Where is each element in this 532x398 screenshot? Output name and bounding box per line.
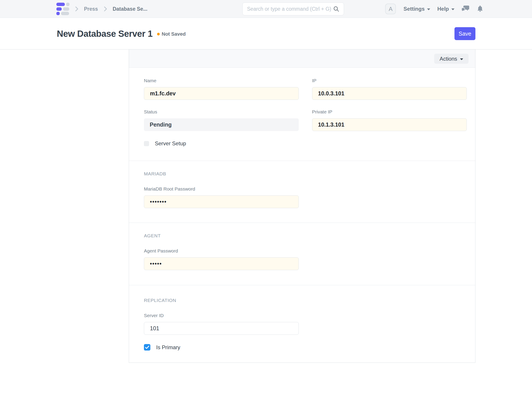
is-primary-checkbox[interactable] [144,344,150,351]
status-label: Status [144,109,299,115]
form-toolbar: Actions [129,50,475,68]
settings-label: Settings [404,6,425,12]
app-logo-icon[interactable] [56,3,71,15]
chevron-down-icon [460,58,463,60]
private-ip-input[interactable] [312,118,467,131]
avatar-letter: A [389,6,393,13]
page-header: New Database Server 1 Not Saved Save [0,18,532,50]
form-container: Actions Name IP Status Pending Private I… [129,50,475,363]
check-icon [145,346,149,349]
field-is-primary: Is Primary [144,344,467,351]
chevron-right-icon [103,6,108,12]
page-title: New Database Server 1 [57,29,153,39]
field-private-ip: Private IP [312,109,467,131]
navbar: Press Database Se... A Settings Help [0,0,532,18]
chevron-down-icon [427,8,430,10]
status-value: Pending [144,118,299,131]
is-primary-label: Is Primary [156,344,180,351]
user-avatar[interactable]: A [385,4,396,14]
agent-password-input[interactable] [144,257,299,270]
help-menu[interactable]: Help [437,6,455,12]
ip-input[interactable] [312,87,467,100]
unsaved-label: Not Saved [162,31,186,37]
field-status: Status Pending [144,109,299,131]
server-setup-checkbox[interactable] [144,141,149,146]
bell-icon[interactable] [477,5,483,13]
breadcrumb: Press Database Se... [74,0,147,18]
section-replication: REPLICATION Server ID Is Primary [129,285,475,363]
private-ip-label: Private IP [312,109,467,115]
breadcrumb-item-press[interactable]: Press [84,6,98,12]
settings-menu[interactable]: Settings [404,6,430,12]
field-server-setup: Server Setup [144,140,467,147]
chevron-down-icon [451,8,455,10]
actions-label: Actions [440,56,457,62]
server-setup-label: Server Setup [155,140,186,147]
section-mariadb: MARIADB MariaDB Root Password [129,161,475,223]
agent-section-heading: AGENT [144,233,467,238]
field-agent-password: Agent Password [144,248,299,270]
status-indicator: Not Saved [157,31,186,37]
mariadb-section-heading: MARIADB [144,171,467,176]
field-ip: IP [312,78,467,100]
agent-password-label: Agent Password [144,248,299,254]
help-label: Help [437,6,449,12]
field-name: Name [144,78,299,100]
section-details: Name IP Status Pending Private IP Server… [129,68,475,161]
unsaved-dot-icon [157,33,160,35]
save-button[interactable]: Save [455,27,475,40]
replication-section-heading: REPLICATION [144,298,467,303]
name-input[interactable] [144,87,299,100]
ip-label: IP [312,78,467,83]
search-icon [333,6,339,12]
breadcrumb-item-current[interactable]: Database Se... [113,6,147,12]
field-server-id: Server ID [144,313,299,335]
server-id-label: Server ID [144,313,299,318]
global-search[interactable] [242,2,344,15]
name-label: Name [144,78,299,83]
server-id-input[interactable] [144,322,299,335]
section-agent: AGENT Agent Password [129,223,475,285]
chevron-right-icon [74,6,79,12]
field-mariadb-root-password: MariaDB Root Password [144,186,299,208]
search-input[interactable] [247,6,333,12]
mariadb-root-password-label: MariaDB Root Password [144,186,299,192]
mariadb-root-password-input[interactable] [144,195,299,208]
chat-icon[interactable] [462,5,470,13]
actions-button[interactable]: Actions [434,54,469,64]
